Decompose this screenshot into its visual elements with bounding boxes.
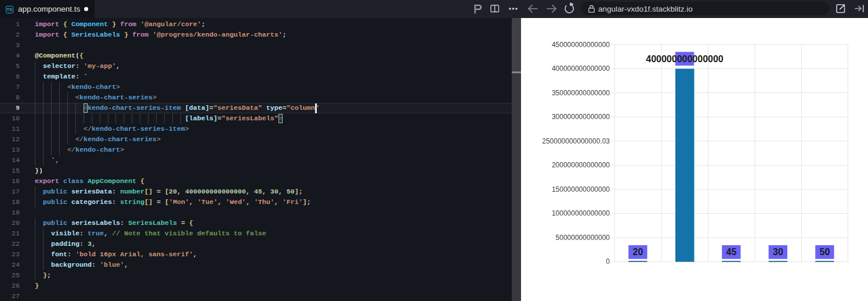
svg-text:100000000000000: 100000000000000 [552,209,610,217]
svg-text:200000000000000: 200000000000000 [552,161,610,169]
svg-text:45: 45 [726,247,737,257]
svg-text:30: 30 [773,247,783,257]
svg-text:20: 20 [633,247,643,257]
svg-text:350000000000000: 350000000000000 [552,89,610,97]
svg-text:400000000000000: 400000000000000 [646,54,724,64]
svg-text:300000000000000: 300000000000000 [552,113,610,121]
svg-text:150000000000000: 150000000000000 [552,185,610,193]
svg-text:0: 0 [606,257,610,266]
svg-text:50: 50 [820,247,830,257]
svg-text:400000000000000: 400000000000000 [552,64,610,73]
svg-text:450000000000000: 450000000000000 [552,41,610,49]
svg-text:50000000000000: 50000000000000 [556,234,610,242]
svg-text:250000000000000.03: 250000000000000.03 [542,137,610,145]
